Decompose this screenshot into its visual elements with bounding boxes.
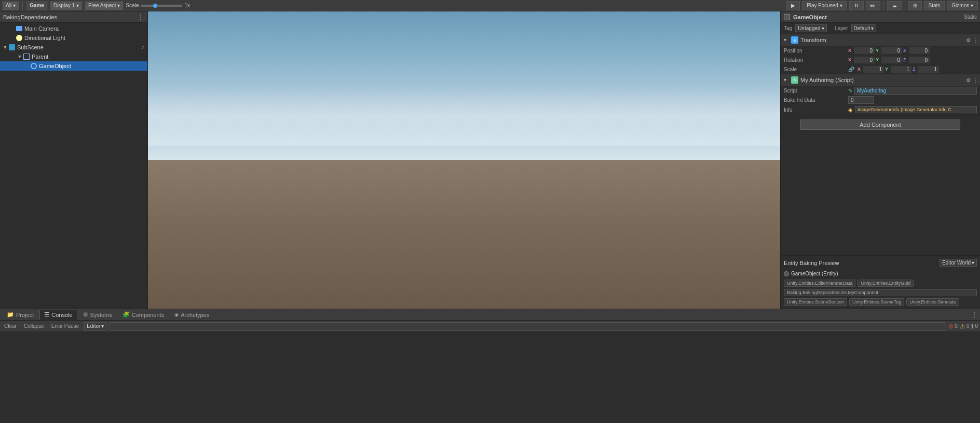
tab-console[interactable]: ☰ Console [39,310,77,320]
pos-z-field[interactable]: Z [903,47,930,54]
tab-components-label: Components [132,312,164,318]
error-count: 0 [955,323,958,329]
entity-tag-1[interactable]: Unity.Entities.EntityGuid [857,280,914,287]
editor-dropdown[interactable]: Editor ▾ [84,322,106,331]
info-count: 0 [975,323,978,329]
aspect-dropdown[interactable]: Free Aspect ▾ [85,1,124,10]
hierarchy-item-parent[interactable]: ▼ Parent [0,52,147,61]
display-dropdown[interactable]: Display 1 ▾ [50,1,83,10]
error-count-group: ⊗ 0 ⚠ 0 ℹ 0 [948,323,978,330]
components-icon: 🧩 [122,311,130,318]
entity-radio[interactable] [784,271,789,276]
error-icon: ⊗ [948,323,954,330]
parent-label: Parent [32,54,48,60]
hierarchy-item-dir-light[interactable]: Directional Light [0,33,147,43]
step-button[interactable]: ⏭ [866,1,880,10]
game-tab[interactable]: Game [26,1,48,10]
warn-icon: ⚠ [960,323,965,330]
game-label: Game [30,3,44,8]
chevron-down-icon-aspect: ▾ [117,3,120,8]
rot-x-input[interactable] [854,57,875,63]
editor-world-dropdown[interactable]: Editor World ▾ [940,259,977,267]
hierarchy-item-subscene[interactable]: ▼ SubScene ✓ [0,43,147,52]
gameobj-enable-checkbox[interactable] [784,14,790,20]
game-canvas[interactable] [148,11,780,309]
stats-label: Stats [929,3,941,8]
arrow-parent: ▼ [17,54,23,59]
main-area: BakingDependencies ⋮ Main Camera Directi… [0,11,980,309]
warn-count-item[interactable]: ⚠ 0 [960,323,970,330]
play-focused-dropdown[interactable]: Play Focused ▾ [802,1,847,10]
tab-project[interactable]: 📁 Project [2,310,38,320]
error-pause-button[interactable]: Error Pause [49,323,81,329]
error-count-item[interactable]: ⊗ 0 [948,323,958,330]
pos-y-field[interactable]: Y [876,47,902,54]
bake-int-input[interactable] [848,96,874,104]
play-button[interactable]: ▶ [786,1,800,10]
hierarchy-item-gameobject[interactable]: GameObject [0,61,147,71]
rot-y-input[interactable] [881,57,902,63]
rot-x-field[interactable]: X [848,57,875,63]
step-icon: ⏭ [870,3,876,8]
scale-x-input[interactable] [863,66,884,73]
info-ref[interactable]: ImageGeneratorInfo (Image Generator Info… [855,106,977,113]
entity-tag-2[interactable]: Baking.BakingDependencies.MyComponent [784,289,977,296]
pos-z-input[interactable] [909,47,930,54]
entity-tag-3[interactable]: Unity.Entities.SceneSection [784,298,847,306]
pos-x-input[interactable] [854,47,875,54]
scale-z-input[interactable] [918,66,939,73]
layer-label: Layer [835,25,848,31]
layer-dropdown[interactable]: Default ▾ [851,24,877,32]
rot-z-input[interactable] [909,57,930,63]
clear-button[interactable]: Clear [2,323,19,329]
hierarchy-header: BakingDependencies ⋮ [0,11,147,23]
pos-x-field[interactable]: X [848,47,875,54]
top-toolbar: All ▾ Game Display 1 ▾ Free Aspect ▾ Sca… [0,0,980,11]
layers-icon-btn[interactable]: ⊞ [908,1,922,10]
editor-world-label: Editor World [942,260,971,266]
separator-2 [883,2,884,10]
chevron-down-icon-play: ▾ [840,3,842,8]
scale-z-field[interactable]: Z [913,66,939,73]
rotation-xyz: X Y Z [848,57,977,63]
rot-z-field[interactable]: Z [903,57,930,63]
pos-y-input[interactable] [881,47,902,54]
authoring-settings-icon: ⚙ [966,77,971,83]
collapse-button[interactable]: Collapse [22,323,46,329]
add-component-button[interactable]: Add Component [800,120,960,130]
dir-light-label: Directional Light [24,35,65,41]
cloud-icon-btn[interactable]: ☁ [887,1,902,10]
info-count-item[interactable]: ℹ 0 [971,323,978,330]
authoring-header[interactable]: ▼ ✎ My Authoring (Script) ⚙ ⋮ [781,74,980,86]
console-search-input[interactable] [110,322,945,331]
scale-y-input[interactable] [891,66,911,73]
transform-header[interactable]: ▼ ⊕ Transform ⚙ ⋮ [781,34,980,46]
pause-button[interactable]: ⏸ [849,1,864,10]
entity-tag-0[interactable]: Unity.Entities.EditorRenderData [784,280,855,287]
info-value: ◉ ImageGeneratorInfo (Image Generator In… [848,106,977,113]
hierarchy-menu[interactable]: ⋮ [137,13,144,21]
hierarchy-item-main-camera[interactable]: Main Camera [0,24,147,33]
scale-slider[interactable] [141,5,182,7]
tag-dropdown[interactable]: Untagged ▾ [795,24,826,32]
stats-button[interactable]: Stats [924,1,945,10]
rot-y-field[interactable]: Y [876,57,902,63]
scale-y-field[interactable]: Y [885,66,911,73]
info-label: Info [784,107,846,113]
tab-components[interactable]: 🧩 Components [118,310,169,320]
entity-tag-5[interactable]: Unity.Entities.Simulate [906,298,959,306]
rot-x-label: X [848,57,853,62]
script-ref[interactable]: MyAuthoring [854,87,977,95]
aspect-label: Free Aspect [88,3,116,8]
scale-x-field[interactable]: X [857,66,884,73]
separator-1 [22,2,23,10]
tab-archetypes[interactable]: ◈ Archetypes [170,310,214,320]
authoring-title: My Authoring (Script) [800,77,964,83]
tab-systems[interactable]: ⚙ Systems [78,310,117,320]
bottom-tabs-menu[interactable]: ⋮ [971,311,978,319]
arrow-subscene: ▼ [2,45,8,50]
gizmos-dropdown[interactable]: Gizmos ▾ [947,1,978,10]
all-dropdown[interactable]: All ▾ [2,1,19,10]
entity-tag-4[interactable]: Unity.Entities.SceneTag [849,298,904,306]
rot-y-label: Y [876,57,881,62]
